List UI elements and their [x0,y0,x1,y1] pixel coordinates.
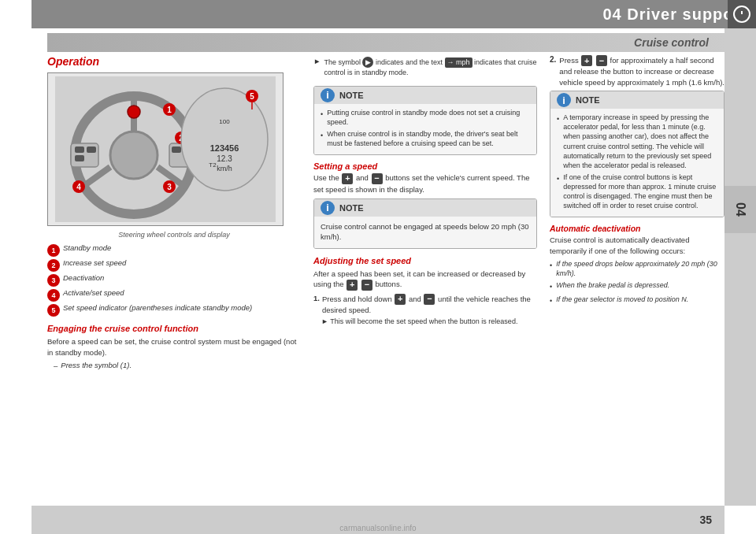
svg-text:12.3: 12.3 [217,154,232,163]
note-bullet: • Putting cruise control in standby mode… [321,108,530,127]
note-body-1: • Putting cruise control in standby mode… [314,104,536,155]
note-body-right: • A temporary increase in speed by press… [550,109,724,217]
badge-1: 1 [47,244,60,257]
step-2-num: 2. [550,55,556,64]
badge-3: 3 [47,274,60,287]
list-item: 2 Increase set speed [47,258,301,272]
minus-btn-icon: − [372,173,383,184]
header-bar: 04 Driver support [32,0,756,28]
note-header-1: i NOTE [314,87,536,104]
svg-text:km/h: km/h [217,165,232,172]
side-tab: 04 [724,28,756,506]
engaging-dash-text: Press the symbol (1). [61,361,132,371]
bullet-icon: • [557,114,559,124]
bullet-icon: • [550,261,552,270]
right-column: 2. Press + − for approximately a half se… [543,55,724,500]
item-2-text: Increase set speed [63,258,126,269]
image-caption: Steering wheel controls and display [47,231,301,239]
svg-text:T2: T2 [209,161,217,169]
note-label-right: NOTE [576,95,600,105]
bullet-icon: • [550,282,552,291]
bullet-icon: • [557,174,559,184]
side-tab-number: 04 [733,202,747,217]
note-bullet-right-1: • A temporary increase in speed by press… [557,113,717,170]
svg-text:4: 4 [76,183,81,191]
note-box-1: i NOTE • Putting cruise control in stand… [313,86,537,156]
steering-wheel-image: 1 2 3 4 100 123456 12.3 km/h [47,72,284,226]
note-text-2: Cruise control cannot be engaged at spee… [321,221,530,244]
note-label-2: NOTE [339,203,364,213]
auto-bullet-3: • If the gear selector is moved to posit… [550,295,724,306]
svg-rect-13 [75,155,84,161]
adjusting-heading: Adjusting the set speed [313,255,537,266]
item-1-text: Standby mode [63,243,111,254]
note-icon-right: i [557,93,571,107]
note-bullet-right-2: • If one of the cruise control buttons i… [557,172,717,211]
note-body-2: Cruise control cannot be engaged at spee… [314,217,536,248]
minus-icon: − [361,280,372,291]
svg-rect-12 [87,146,96,153]
svg-text:100: 100 [219,118,230,125]
list-item: 1 Standby mode [47,243,301,257]
note-right-text-1: A temporary increase in speed by pressin… [563,113,717,170]
side-tab-highlight: 04 [724,186,756,233]
svg-text:5: 5 [250,92,254,101]
step-1-num: 1. [313,294,320,302]
badge-2: 2 [47,259,60,272]
plus-icon: + [346,280,358,291]
step-1: 1. Press and hold down + and − until the… [313,294,537,316]
list-item: 3 Deactivation [47,273,301,287]
watermark-text: carmanualsonline.info [339,524,416,532]
engaging-heading: Engaging the cruise control function [47,323,301,334]
auto-body: Cruise control is automatically deactiva… [550,235,724,256]
minus-hold-icon: − [424,294,435,305]
badge-5: 5 [47,304,60,317]
svg-rect-14 [172,146,181,153]
svg-text:123456: 123456 [210,143,239,153]
note-icon-1: i [321,88,335,102]
left-column: Operation [47,55,307,500]
auto-bullet-3-text: If the gear selector is moved to positio… [556,295,688,304]
item-5-text: Set speed indicator (parentheses indicat… [63,303,252,313]
svg-text:1: 1 [167,106,172,114]
list-item: 4 Activate/set speed [47,288,301,302]
main-content: Operation [47,55,724,500]
note-bullet-text-2: When cruise control is in standby mode, … [327,129,530,148]
note-label-1: NOTE [339,91,364,100]
cruise-title-bar: Cruise control [47,33,724,52]
auto-bullet-1: • If the speed drops below approximately… [550,259,724,278]
plus-btn-icon: + [342,173,353,184]
auto-bullet-2: • When the brake pedal is depressed. [550,280,724,291]
note-box-right: i NOTE • A temporary increase in speed b… [550,91,724,217]
bullet-icon: • [550,296,552,306]
note-header-right: i NOTE [550,91,724,109]
engaging-body: Before a speed can be set, the cruise co… [47,336,301,358]
setting-body: Use the + and − buttons set the vehicle'… [313,172,537,195]
step-2-text: Press + − for approximately a half secon… [559,55,724,87]
step-1-text: Press and hold down + and − until the ve… [322,294,537,316]
minus-press-icon: − [596,55,607,66]
step-2: 2. Press + − for approximately a half se… [550,55,724,87]
note-bullet-text-1: Putting cruise control in standby mode d… [327,108,530,127]
operation-heading: Operation [47,55,301,68]
list-item: 5 Set speed indicator (parentheses indic… [47,303,301,317]
engaging-dash-item: – Press the symbol (1). [54,361,301,371]
svg-rect-11 [75,146,84,153]
item-3-text: Deactivation [63,273,104,284]
steering-illustration: 1 2 3 4 100 123456 12.3 km/h [48,73,283,225]
plus-press-icon: + [581,55,592,66]
note-box-2: i NOTE Cruise control cannot be engaged … [313,198,537,249]
note-header-2: i NOTE [314,199,536,217]
mid-column: ► The symbol ▶ indicates and the text → … [307,55,543,500]
setting-heading: Setting a speed [313,161,537,171]
note-right-text-2: If one of the cruise control buttons is … [563,172,717,211]
badge-4: 4 [47,289,60,302]
auto-bullet-1-text: If the speed drops below approximately 2… [556,259,724,278]
svg-text:3: 3 [167,183,172,191]
header-title: 04 Driver support [602,6,747,24]
cruise-control-title: Cruise control [634,36,709,49]
bullet-icon: • [321,109,323,119]
note-bullet: • When cruise control is in standby mode… [321,129,530,148]
item-4-text: Activate/set speed [63,288,124,299]
watermark: carmanualsonline.info [32,522,724,534]
